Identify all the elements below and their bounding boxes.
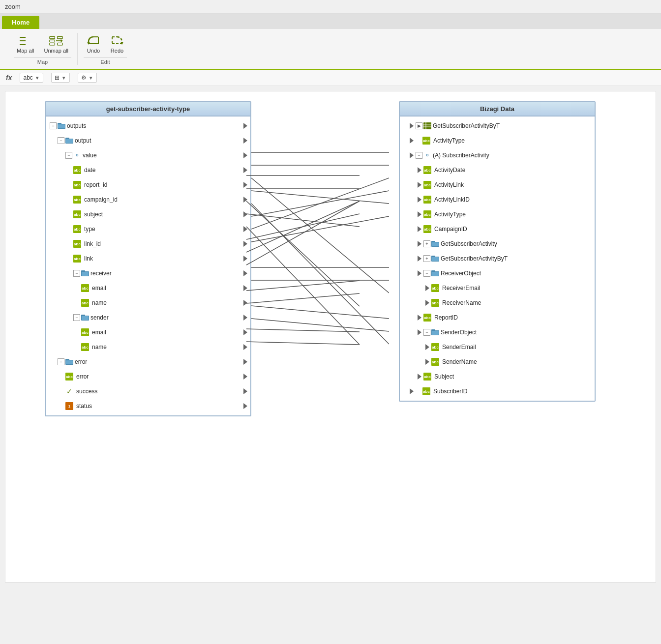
right-arrow [243, 300, 247, 306]
node-label: value [83, 152, 97, 159]
unmap-all-button[interactable]: Unmap all [41, 33, 71, 56]
abc-icon: abc [73, 196, 81, 204]
list-item: − ⚬ (A) SubscriberActivity [400, 148, 595, 163]
list-item: abc SenderName [400, 354, 595, 369]
abc-icon: abc [431, 284, 439, 292]
expand-value[interactable]: − [65, 152, 72, 159]
expand-r-subact[interactable]: − [416, 152, 422, 159]
expand-r-getbyT[interactable]: ▶ [416, 122, 422, 129]
svg-rect-9 [58, 43, 63, 45]
type-dropdown[interactable]: abc ▼ [20, 73, 43, 83]
ribbon-group-map: Map all Unmap all [8, 33, 78, 65]
list-item: − output [46, 133, 250, 148]
folder-icon [81, 314, 89, 322]
node-label: email [92, 329, 106, 336]
abc-icon: abc [73, 255, 81, 263]
list-item: + GetSubscriberActivity [400, 236, 595, 251]
node-label: ReceiverObject [441, 270, 481, 277]
svg-rect-23 [66, 139, 73, 143]
abc-icon: abc [81, 299, 89, 307]
abc-icon: abc [431, 358, 439, 366]
right-panel: Bizagi Data ▶ GetSubscriberActivityByT [399, 101, 596, 402]
map-all-button[interactable]: Map all [14, 33, 37, 56]
ribbon-group-map-label: Map [14, 58, 71, 65]
svg-line-35 [251, 178, 389, 293]
expand-r-recobj[interactable]: − [423, 270, 430, 277]
expand-r-getsubactbyt[interactable]: + [423, 255, 430, 262]
format-dropdown[interactable]: ⊞ ▼ [51, 73, 70, 83]
node-label: receiver [90, 270, 112, 277]
folder-icon [81, 269, 89, 277]
abc-icon: abc [73, 240, 81, 248]
expand-r-getsubact[interactable]: + [423, 240, 430, 247]
right-arrow [243, 152, 247, 158]
list-item: abc type [46, 222, 250, 236]
svg-line-40 [251, 216, 389, 242]
node-label: error [76, 373, 89, 380]
node-label: (A) SubscriberActivity [433, 152, 489, 159]
undo-button[interactable]: Undo [84, 33, 103, 56]
abc-icon: abc [431, 299, 439, 307]
node-label: name [92, 344, 107, 351]
node-label: SenderEmail [442, 344, 476, 351]
right-arrow [243, 182, 247, 188]
left-arrow [410, 138, 414, 144]
abc-icon: abc [423, 210, 431, 218]
abc-icon: abc [81, 343, 89, 351]
check-icon: ✓ [65, 387, 73, 395]
expand-sender[interactable]: − [73, 314, 80, 321]
folder-icon [431, 269, 439, 277]
node-label: link_id [84, 240, 101, 247]
node-label: ReceiverName [442, 299, 481, 306]
ribbon-group-edit-label: Edit [84, 58, 127, 65]
redo-button[interactable]: Redo [107, 33, 127, 56]
node-label: GetSubscriberActivity [441, 240, 497, 247]
node-label: error [75, 358, 87, 365]
undo-icon [87, 35, 100, 47]
left-panel: get-subscriber-activity-type − outputs [45, 101, 251, 416]
tab-home[interactable]: Home [2, 16, 39, 29]
expand-error[interactable]: − [58, 358, 64, 365]
format-dropdown-arrow: ▼ [61, 75, 66, 81]
abc-icon: abc [423, 181, 431, 189]
expand-output[interactable]: − [58, 137, 64, 144]
folder-icon [65, 358, 73, 366]
svg-line-36 [251, 191, 389, 204]
settings-dropdown[interactable]: ⚙ ▼ [78, 73, 97, 83]
node-label: CampaignID [434, 226, 467, 233]
right-arrow [243, 270, 247, 276]
left-arrow [425, 359, 429, 365]
list-item: ▶ GetSubscriberActivityByT [400, 118, 595, 133]
left-arrow [425, 344, 429, 350]
expand-outputs[interactable]: − [50, 122, 57, 129]
folder-icon [58, 122, 65, 130]
list-item: − ⚬ value [46, 148, 250, 163]
list-item: abc ActivityLink [400, 177, 595, 192]
abc-icon: abc [81, 328, 89, 336]
node-label: GetSubscriberActivityByT [441, 255, 508, 262]
expand-receiver[interactable]: − [73, 270, 80, 277]
svg-rect-8 [58, 36, 63, 38]
svg-line-39 [251, 178, 389, 229]
node-label: outputs [67, 122, 86, 129]
right-arrow [243, 315, 247, 321]
expand-r-sendobj[interactable]: − [423, 329, 430, 336]
abc-icon: abc [423, 166, 431, 174]
node-label: date [84, 167, 95, 174]
list-item: abc email [46, 325, 250, 340]
abc-icon: abc [65, 373, 73, 381]
right-arrow [243, 226, 247, 232]
list-item: − sender [46, 310, 250, 325]
list-item: abc name [46, 295, 250, 310]
list-item: − outputs [46, 118, 250, 133]
svg-rect-60 [432, 331, 439, 335]
node-label: ActivityLinkID [434, 196, 470, 203]
list-item: abc error [46, 369, 250, 384]
node-label: GetSubscriberActivityByT [433, 122, 500, 129]
list-item: abc ActivityType [400, 133, 595, 148]
abc-icon: abc [81, 284, 89, 292]
node-label: SubscriberID [433, 388, 467, 395]
svg-rect-20 [58, 124, 65, 128]
svg-rect-54 [432, 257, 439, 261]
list-item: abc Subject [400, 369, 595, 384]
